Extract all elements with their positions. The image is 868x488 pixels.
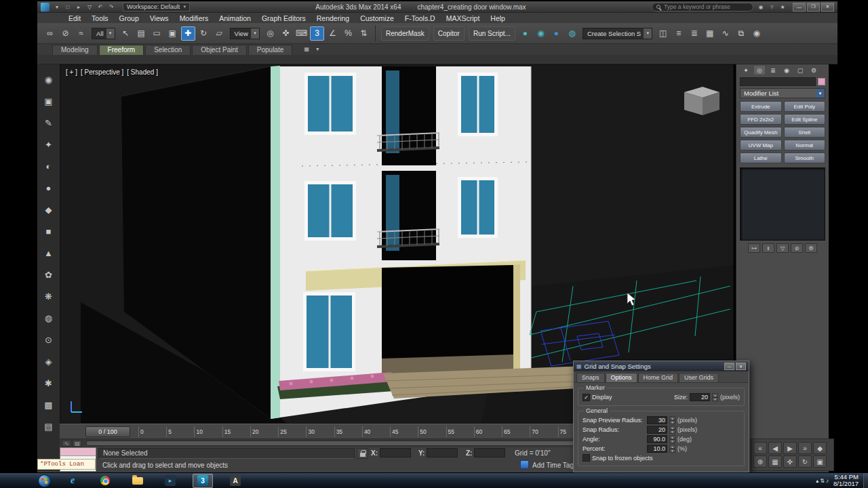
- left-toolbar-icon[interactable]: ❋: [41, 289, 56, 304]
- time-slider[interactable]: 0 / 100: [85, 426, 130, 437]
- mini-curve-editor-icon[interactable]: ∿: [62, 440, 71, 447]
- curve-editor-icon[interactable]: ∿: [718, 26, 732, 41]
- left-toolbar-icon[interactable]: ▲: [41, 246, 56, 260]
- selection-lock-icon[interactable]: [357, 448, 368, 459]
- select-rotate-icon[interactable]: ↻: [197, 26, 211, 41]
- selection-filter-dropdown[interactable]: All▾: [92, 28, 115, 39]
- select-manipulate-icon[interactable]: ✜: [279, 26, 293, 41]
- material-editor-icon[interactable]: ◉: [749, 26, 764, 41]
- spinner[interactable]: ▴▾: [669, 435, 675, 443]
- object-color-swatch[interactable]: [818, 78, 825, 85]
- unlink-icon[interactable]: ⊘: [58, 26, 73, 41]
- snap-radius-field[interactable]: 20: [647, 426, 667, 434]
- track-view-icon[interactable]: ▤: [73, 440, 82, 447]
- run-script-button[interactable]: Run Script...: [469, 26, 515, 41]
- left-toolbar-icon[interactable]: ●: [41, 181, 56, 195]
- render-iterative-icon[interactable]: ◍: [565, 26, 579, 41]
- menu-item[interactable]: MAXScript: [441, 14, 486, 22]
- ribbon-toggle-icon[interactable]: ▦: [703, 26, 717, 41]
- marker-size-field[interactable]: 20: [690, 393, 710, 401]
- taskbar-folder-icon[interactable]: [127, 474, 148, 488]
- modify-tab-icon[interactable]: ◎: [754, 66, 765, 75]
- go-to-start-icon[interactable]: «: [753, 442, 767, 454]
- z-coordinate-field[interactable]: [474, 448, 505, 458]
- menu-item[interactable]: Help: [485, 14, 511, 22]
- modifier-preset-button[interactable]: Edit Spline: [784, 114, 826, 125]
- app-menu-icon[interactable]: ▾: [52, 3, 62, 12]
- render-production-icon[interactable]: ●: [549, 26, 564, 41]
- snap-preview-radius-field[interactable]: 30: [647, 416, 667, 424]
- rendermask-button[interactable]: RenderMask: [381, 26, 429, 41]
- add-time-tag-button[interactable]: Add Time Tag: [532, 462, 574, 469]
- hierarchy-tab-icon[interactable]: ≣: [768, 66, 778, 75]
- ribbon-minimize-icon[interactable]: ▦: [302, 45, 311, 54]
- help-icon[interactable]: ?: [767, 3, 776, 12]
- configure-sets-icon[interactable]: ⚙: [805, 243, 817, 253]
- modifier-preset-button[interactable]: Smooth: [784, 152, 826, 163]
- percent-snap-icon[interactable]: %: [341, 26, 355, 41]
- modifier-preset-button[interactable]: FFD 2x2x2: [740, 114, 782, 125]
- schematic-view-icon[interactable]: ⧉: [734, 26, 748, 41]
- undo-icon[interactable]: ↶: [96, 3, 105, 12]
- menu-item[interactable]: Edit: [63, 14, 86, 22]
- make-unique-icon[interactable]: ▽: [776, 243, 789, 253]
- left-toolbar-icon[interactable]: ✿: [41, 268, 56, 282]
- show-desktop-button[interactable]: [863, 473, 868, 488]
- start-button[interactable]: [38, 474, 51, 487]
- menu-item[interactable]: Graph Editors: [256, 14, 311, 22]
- new-scene-icon[interactable]: □: [63, 3, 73, 12]
- utilities-tab-icon[interactable]: ⚙: [808, 66, 819, 75]
- ribbon-tab-populate[interactable]: Populate: [248, 45, 292, 55]
- modifier-preset-button[interactable]: Quadify Mesh: [740, 127, 782, 138]
- select-link-icon[interactable]: ∞: [43, 26, 57, 41]
- pan-icon[interactable]: ✜: [783, 455, 797, 468]
- ribbon-tab-freeform[interactable]: Freeform: [99, 45, 144, 55]
- angle-snap-icon[interactable]: ∠: [326, 26, 340, 41]
- motion-tab-icon[interactable]: ◉: [781, 66, 792, 75]
- menu-item[interactable]: Customize: [355, 14, 399, 22]
- play-icon[interactable]: ▶: [783, 442, 797, 454]
- viewport-shading-menu[interactable]: [ Shaded ]: [127, 68, 158, 76]
- tray-volume-icon[interactable]: ♪: [826, 478, 829, 484]
- angle-field[interactable]: 90.0: [647, 435, 667, 443]
- taskbar-3dsmax-icon[interactable]: 3: [193, 474, 213, 488]
- spinner-snap-icon[interactable]: ⇅: [357, 26, 371, 41]
- layer-manager-icon[interactable]: ≣: [687, 26, 701, 41]
- clock[interactable]: 5:44 PM 8/1/2017: [833, 474, 859, 487]
- display-checkbox[interactable]: ✓: [583, 394, 590, 401]
- select-object-icon[interactable]: ↖: [119, 26, 133, 41]
- left-toolbar-icon[interactable]: ▤: [41, 420, 56, 434]
- close-button[interactable]: ✕: [821, 3, 834, 12]
- app-logo-icon[interactable]: [41, 3, 50, 12]
- open-file-icon[interactable]: ▸: [74, 3, 83, 12]
- maximize-button[interactable]: ❐: [807, 3, 820, 12]
- left-toolbar-icon[interactable]: ✦: [41, 138, 56, 152]
- spinner[interactable]: ▴▾: [669, 416, 675, 424]
- left-toolbar-icon[interactable]: ◉: [41, 73, 56, 87]
- pivot-center-icon[interactable]: ◎: [263, 26, 277, 41]
- menu-item[interactable]: F-Tools.D: [399, 14, 441, 22]
- left-toolbar-icon[interactable]: ▩: [41, 398, 56, 412]
- left-toolbar-icon[interactable]: ✱: [41, 376, 56, 390]
- left-toolbar-icon[interactable]: ■: [41, 224, 56, 239]
- menu-item[interactable]: Group: [114, 14, 144, 22]
- dialog-tab-snaps[interactable]: Snaps: [576, 373, 605, 382]
- taskbar-chrome-icon[interactable]: [95, 474, 115, 488]
- time-tag-icon[interactable]: [520, 460, 529, 469]
- left-toolbar-icon[interactable]: ◆: [41, 203, 56, 217]
- y-coordinate-field[interactable]: [427, 448, 458, 458]
- spinner[interactable]: ▴▾: [669, 426, 675, 434]
- modifier-preset-button[interactable]: Lathe: [740, 152, 782, 163]
- menu-item[interactable]: Modifiers: [174, 14, 214, 22]
- key-mode-icon[interactable]: ◆: [813, 442, 827, 454]
- show-end-result-icon[interactable]: ‖: [762, 243, 774, 253]
- menu-item[interactable]: Views: [144, 14, 174, 22]
- ribbon-tab-modeling[interactable]: Modeling: [52, 45, 98, 55]
- marker-size-spinner[interactable]: ▴▾: [712, 393, 718, 401]
- render-setup-icon[interactable]: ●: [518, 26, 532, 41]
- left-toolbar-icon[interactable]: ◍: [41, 311, 56, 325]
- tray-expand-icon[interactable]: ▴: [816, 478, 818, 484]
- taskbar-ie-icon[interactable]: e: [62, 474, 83, 488]
- snap-toggle-icon[interactable]: 3: [310, 26, 324, 41]
- zoom-extents-icon[interactable]: ▦: [768, 455, 782, 468]
